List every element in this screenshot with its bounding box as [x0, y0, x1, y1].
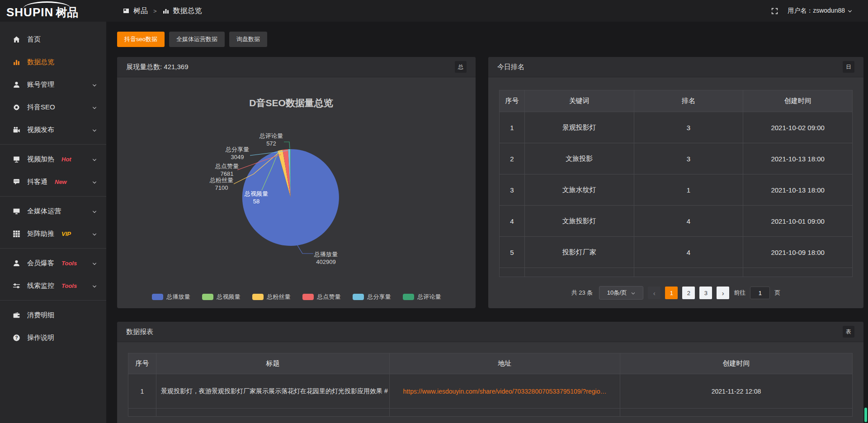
sidebar-item[interactable]: 视频加热 Hot [0, 148, 106, 170]
table-cell: 2 [500, 143, 525, 174]
sidebar-item-label: 抖客通 [27, 178, 47, 186]
sidebar-item[interactable]: 账号管理 [0, 73, 106, 96]
fullscreen-icon[interactable] [771, 7, 778, 15]
table-cell: 4 [634, 237, 743, 268]
sidebar-item[interactable]: 首页 [0, 28, 106, 51]
chevron-down-icon [92, 82, 97, 87]
column-header: 排名 [634, 90, 743, 112]
chevron-down-icon [92, 104, 97, 110]
home-icon [13, 36, 20, 43]
next-page-button[interactable]: › [717, 287, 729, 299]
table-row[interactable]: 2文旅投影32021-10-13 18:00 [500, 143, 853, 174]
page-size-select[interactable]: 10条/页 [599, 286, 643, 300]
chevron-down-icon [92, 231, 97, 236]
table-cell: 2021-10-02 09:00 [743, 112, 853, 143]
table-cell: 4 [634, 206, 743, 237]
pie-label-value: 402909 [316, 258, 335, 265]
sidebar-item[interactable]: 消费明细 [0, 304, 106, 326]
table-row[interactable]: 4文旅投影灯42021-10-01 09:00 [500, 206, 853, 237]
legend-swatch [403, 294, 414, 300]
goto-page-input[interactable] [750, 287, 770, 299]
sidebar-item[interactable]: 视频发布 [0, 118, 106, 141]
pie-label-name: 总视频量 [244, 190, 268, 197]
legend-label: 总视频量 [217, 293, 241, 301]
legend-item[interactable]: 总点赞量 [302, 293, 341, 301]
legend-item[interactable]: 总粉丝量 [252, 293, 291, 301]
sidebar-item[interactable]: 全媒体运营 [0, 200, 106, 222]
table-cell: 2021-10-13 18:00 [743, 143, 853, 174]
day-badge-button[interactable]: 日 [843, 61, 854, 73]
scrollbar-thumb[interactable] [864, 408, 867, 422]
table-cell: 2021-10-01 09:00 [743, 206, 853, 237]
column-header: 创建时间 [620, 353, 853, 374]
username-label: 用户名：zswodun88 [788, 7, 845, 15]
sidebar-item-label: 视频加热 [27, 155, 54, 164]
legend-item[interactable]: 总评论量 [403, 293, 441, 301]
video-camera-icon [13, 126, 20, 134]
help-icon: ? [13, 334, 20, 342]
app-logo: SHUPIN 树品 [0, 0, 106, 22]
data-report-panel: 数据报表 表 序号标题地址创建时间 1 景观投影灯，夜游景观投影灯厂家展示展示落… [117, 322, 863, 423]
table-cell: 文旅投影灯 [525, 206, 634, 237]
pie-label-name: 总点赞量 [215, 163, 239, 169]
pie-label-value: 7100 [215, 184, 228, 191]
table-row[interactable]: 5投影灯厂家42021-10-09 18:00 [500, 237, 853, 268]
prev-page-button[interactable]: ‹ [648, 287, 660, 299]
sidebar-item[interactable]: 数据总览 [0, 51, 106, 73]
legend-swatch [202, 294, 213, 300]
ranking-title: 今日排名 [497, 63, 524, 71]
sidebar-item-label: 全媒体运营 [27, 207, 61, 216]
topbar: SHUPIN 树品 树品 > 数据总览 用户名：zswodun88 [0, 0, 868, 22]
table-row[interactable]: 1景观投影灯32021-10-02 09:00 [500, 112, 853, 143]
pagination: 共 23 条 10条/页 ‹123› 前往 页 [499, 286, 853, 300]
table-cell: 文旅投影 [525, 143, 634, 174]
user-menu[interactable]: 用户名：zswodun88 [788, 7, 853, 15]
sidebar-item-label: 首页 [27, 35, 41, 44]
topbar-right: 用户名：zswodun88 [771, 7, 868, 15]
sidebar-divider [0, 300, 106, 301]
sidebar-item[interactable]: ? 操作说明 [0, 326, 106, 349]
data-source-tab[interactable]: 全媒体运营数据 [169, 32, 225, 47]
column-header: 创建时间 [743, 90, 853, 112]
page-number-button[interactable]: 3 [699, 287, 712, 299]
table-badge-button[interactable]: 表 [843, 326, 854, 338]
pie-label-name: 总评论量 [259, 132, 283, 139]
total-badge-button[interactable]: 总 [455, 61, 467, 73]
data-source-tab[interactable]: 询盘数据 [229, 32, 267, 47]
table-row-clipped [128, 409, 853, 417]
table-row[interactable]: 3文旅水纹灯12021-10-13 18:00 [500, 174, 853, 206]
data-source-tab[interactable]: 抖音seo数据 [117, 32, 165, 47]
legend-item[interactable]: 总播放量 [152, 293, 190, 301]
column-header: 序号 [128, 353, 156, 374]
breadcrumb-home[interactable]: 树品 [133, 6, 148, 16]
table-header-row: 序号关键词排名创建时间 [500, 90, 853, 112]
legend-swatch [302, 294, 314, 300]
sidebar-item-label: 视频发布 [27, 126, 54, 134]
legend-label: 总播放量 [167, 293, 190, 301]
legend-item[interactable]: 总分享量 [353, 293, 391, 301]
table-row[interactable]: 1 景观投影灯，夜游景观投影灯厂家展示展示落花灯在花园里的灯光投影应用效果 # … [128, 374, 853, 409]
chart-title: D音SEO数据量总览 [249, 98, 333, 108]
sidebar-item-label: 抖音SEO [27, 103, 55, 112]
sidebar-item[interactable]: 抖客通 New [0, 170, 106, 193]
table-cell: 1 [634, 174, 743, 206]
ranking-table: 序号关键词排名创建时间1景观投影灯32021-10-02 09:002文旅投影3… [499, 90, 853, 277]
legend-swatch [152, 294, 163, 300]
legend-item[interactable]: 总视频量 [202, 293, 241, 301]
table-cell: 投影灯厂家 [525, 237, 634, 268]
chevron-down-icon [92, 208, 97, 214]
sidebar-item-label: 线索监控 [27, 282, 54, 290]
page-number-button[interactable]: 1 [665, 287, 678, 299]
sidebar-item[interactable]: 会员爆客 Tools [0, 252, 106, 274]
video-link[interactable]: https://www.iesdouyin.com/share/video/70… [403, 388, 607, 395]
pie-label-value: 7681 [221, 170, 234, 177]
today-ranking-panel: 今日排名 日 序号关键词排名创建时间1景观投影灯32021-10-02 09:0… [488, 57, 863, 308]
pie-label-name: 总粉丝量 [209, 177, 233, 183]
impressions-total-label: 展现量总数: 421,369 [126, 63, 189, 71]
pie-label-value: 572 [266, 140, 276, 147]
sidebar-item[interactable]: 矩阵助推 VIP [0, 222, 106, 245]
sidebar-item[interactable]: 线索监控 Tools [0, 274, 106, 297]
sidebar-item-label: 矩阵助推 [27, 230, 54, 238]
sidebar-item[interactable]: 抖音SEO [0, 96, 106, 118]
page-number-button[interactable]: 2 [682, 287, 695, 299]
